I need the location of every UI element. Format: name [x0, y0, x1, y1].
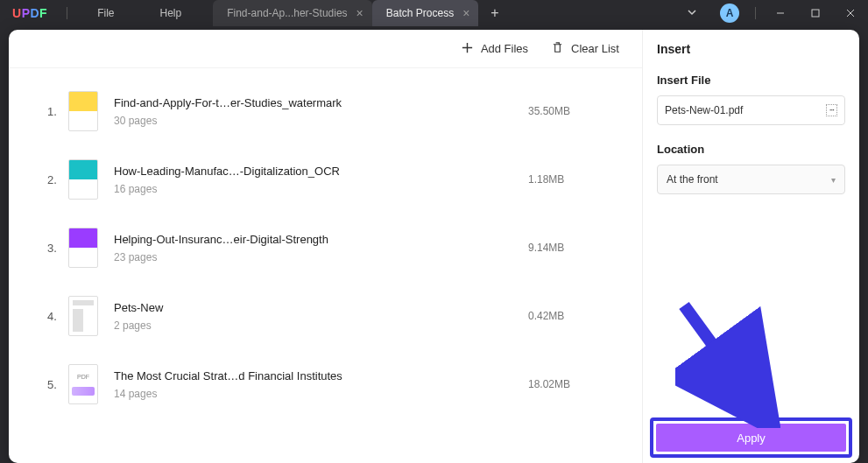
list-item[interactable]: 5. PDF The Most Crucial Strat…d Financia… — [9, 350, 642, 418]
tab-document[interactable]: Find-and-Ap...her-Studies × — [213, 0, 372, 26]
select-value: At the front — [667, 173, 718, 186]
main-panel: Add Files Clear List 1. Find-and-Apply-F… — [9, 30, 859, 463]
avatar[interactable]: A — [720, 4, 739, 23]
file-size: 1.18MB — [528, 173, 616, 186]
row-number: 1. — [47, 105, 68, 118]
thumbnail — [68, 296, 98, 336]
panel-title: Insert — [657, 42, 845, 56]
file-name: Helping-Out-Insuranc…eir-Digital-Strengt… — [114, 233, 528, 246]
tab-label: Find-and-Ap...her-Studies — [227, 7, 347, 19]
tab-batch-process[interactable]: Batch Process × — [372, 0, 479, 26]
row-number: 3. — [47, 242, 68, 255]
row-number: 2. — [47, 173, 68, 186]
file-panel: Add Files Clear List 1. Find-and-Apply-F… — [9, 30, 642, 463]
list-item[interactable]: 3. Helping-Out-Insuranc…eir-Digital-Stre… — [9, 214, 642, 282]
button-label: Clear List — [571, 42, 619, 55]
page-count: 2 pages — [114, 319, 528, 332]
file-value: Pets-New-01.pdf — [665, 104, 743, 116]
window-controls — [763, 0, 868, 26]
file-size: 0.42MB — [528, 310, 616, 322]
app-logo: UPDF — [0, 6, 60, 20]
page-count: 30 pages — [114, 115, 528, 127]
insert-panel: Insert Insert File Pets-New-01.pdf ··· L… — [642, 30, 859, 463]
thumbnail — [68, 228, 98, 268]
chevron-down-icon[interactable] — [673, 7, 711, 20]
insert-file-field[interactable]: Pets-New-01.pdf ··· — [657, 95, 845, 125]
list-item[interactable]: 2. How-Leading-Manufac…-Digitalization_O… — [9, 145, 642, 214]
close-icon[interactable]: × — [356, 6, 363, 20]
minimize-button[interactable] — [763, 0, 798, 26]
row-number: 4. — [47, 310, 68, 323]
toolbar: Add Files Clear List — [9, 30, 642, 68]
thumbnail — [68, 91, 98, 131]
list-item[interactable]: 4. Pets-New 2 pages 0.42MB — [9, 282, 642, 350]
page-count: 23 pages — [114, 251, 528, 263]
file-list: 1. Find-and-Apply-For-t…er-Studies_water… — [9, 68, 642, 463]
file-size: 35.50MB — [528, 105, 616, 117]
file-size: 18.02MB — [528, 378, 616, 390]
clear-list-button[interactable]: Clear List — [551, 41, 619, 57]
location-select[interactable]: At the front ▾ — [657, 165, 845, 194]
apply-highlight: Apply — [650, 417, 852, 458]
insert-file-label: Insert File — [657, 74, 845, 87]
plus-icon — [461, 41, 474, 57]
apply-button[interactable]: Apply — [656, 424, 846, 452]
close-icon[interactable]: × — [462, 6, 469, 20]
button-label: Add Files — [481, 42, 528, 55]
file-size: 9.14MB — [528, 242, 616, 254]
thumbnail: PDF — [68, 364, 98, 404]
tab-label: Batch Process — [386, 7, 454, 19]
menu-file[interactable]: File — [74, 7, 137, 19]
maximize-button[interactable] — [798, 0, 833, 26]
file-name: How-Leading-Manufac…-Digitalization_OCR — [114, 165, 528, 178]
file-name: Pets-New — [114, 301, 528, 314]
titlebar: UPDF File Help Find-and-Ap...her-Studies… — [0, 0, 868, 26]
location-label: Location — [657, 143, 845, 156]
file-name: Find-and-Apply-For-t…er-Studies_watermar… — [114, 96, 528, 109]
file-name: The Most Crucial Strat…d Financial Insti… — [114, 369, 528, 382]
trash-icon — [551, 41, 564, 57]
svg-rect-0 — [812, 10, 819, 17]
browse-icon[interactable]: ··· — [826, 104, 837, 116]
page-count: 14 pages — [114, 388, 528, 400]
row-number: 5. — [47, 378, 68, 391]
menu-help[interactable]: Help — [138, 7, 205, 19]
thumbnail — [68, 159, 98, 200]
add-files-button[interactable]: Add Files — [461, 41, 528, 57]
separator — [755, 7, 756, 19]
page-count: 16 pages — [114, 183, 528, 195]
close-button[interactable] — [833, 0, 868, 26]
separator — [67, 7, 67, 19]
tab-strip: Find-and-Ap...her-Studies × Batch Proces… — [213, 0, 512, 26]
new-tab-button[interactable]: + — [478, 0, 511, 26]
list-item[interactable]: 1. Find-and-Apply-For-t…er-Studies_water… — [9, 77, 642, 145]
chevron-down-icon: ▾ — [831, 175, 836, 185]
